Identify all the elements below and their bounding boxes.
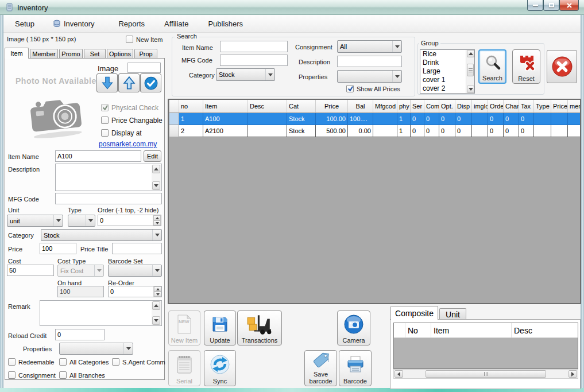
composite-grid[interactable]: No Item Desc [393, 323, 578, 369]
properties-dropdown[interactable] [59, 343, 133, 355]
scrollbar-thumb[interactable] [426, 370, 546, 378]
barcode-set-dropdown[interactable] [108, 265, 162, 277]
tab-promo[interactable]: Promo [59, 49, 83, 59]
menu-publishers[interactable]: Publishers [202, 17, 249, 31]
reset-button[interactable]: Reset [512, 49, 540, 84]
close-search-button[interactable] [547, 50, 577, 83]
cost-type-dropdown[interactable]: Fix Cost [57, 265, 104, 277]
remark-scrollbar[interactable] [152, 301, 161, 325]
table-row[interactable]: 2 A2100 Stock 500.00 0.00 1 0 0 0 0 0 0 … [169, 125, 582, 137]
barcode-print-button[interactable]: Barcode [339, 350, 372, 386]
type-label: Type [68, 207, 82, 214]
menu-reports[interactable]: Reports [113, 17, 150, 31]
search-mfg-code-label: MFG Code [181, 57, 212, 64]
description-textarea[interactable] [55, 164, 162, 191]
search-properties-dropdown[interactable] [337, 70, 402, 83]
all-categories-checkbox[interactable] [59, 358, 67, 366]
composite-col-desc[interactable]: Desc [512, 323, 578, 337]
search-description-input[interactable] [337, 56, 402, 67]
tab-set[interactable]: Set [84, 49, 106, 59]
posmarket-link[interactable]: posmarket.com.my [99, 140, 157, 148]
table-row[interactable]: 1 A100 Stock 100.00 100.... 1 0 0 0 0 0 … [169, 112, 582, 125]
search-item-name-input[interactable] [220, 41, 288, 52]
tab-member[interactable]: Member [30, 49, 58, 59]
save-barcode-button[interactable]: Save barcode [304, 350, 337, 386]
minimize-button[interactable] [527, 0, 543, 11]
redeemable-checkbox[interactable] [8, 358, 16, 366]
items-grid[interactable]: no Item Desc Cat Price Bal Mfgcod phy Se… [168, 99, 581, 304]
scroll-up-icon[interactable] [467, 50, 474, 57]
tab-options[interactable]: Options [107, 49, 133, 59]
scroll-up-icon[interactable] [152, 165, 160, 173]
search-mfg-code-input[interactable] [220, 55, 288, 66]
scroll-right-icon[interactable] [568, 370, 577, 378]
title-bar[interactable]: Inventory [0, 0, 584, 15]
composite-col-no[interactable]: No [405, 323, 431, 337]
description-scrollbar[interactable] [152, 165, 161, 190]
display-at-checkbox[interactable] [101, 129, 109, 137]
type-dropdown[interactable] [68, 215, 95, 227]
close-window-button[interactable] [559, 0, 579, 11]
new-item-checkbox[interactable] [126, 36, 133, 43]
menu-affiliate[interactable]: Affiliate [158, 17, 194, 31]
price-input[interactable] [40, 243, 76, 254]
order-spinner[interactable] [98, 215, 161, 226]
group-listbox[interactable]: Rice Drink Large cover 1 cover 2 [420, 49, 475, 94]
composite-hscrollbar[interactable] [393, 369, 578, 379]
all-branches-checkbox[interactable] [59, 371, 67, 379]
order-input[interactable] [98, 215, 153, 226]
s-agent-comm-checkbox[interactable] [112, 358, 119, 366]
scroll-down-icon[interactable] [152, 181, 160, 190]
consignment-checkbox[interactable] [8, 371, 16, 379]
reload-credit-input[interactable] [55, 329, 105, 340]
spin-down-icon[interactable] [154, 292, 161, 297]
category-label: Category [8, 232, 34, 239]
physical-check-checkbox[interactable] [101, 104, 109, 111]
show-all-prices-checkbox[interactable] [346, 85, 354, 92]
red-x-icon [551, 55, 574, 78]
image-size-label: Image ( 150 px * 150 px) [7, 36, 76, 42]
sync-button[interactable]: Sync [204, 350, 236, 386]
menu-inventory[interactable]: Inventory [47, 17, 100, 31]
remark-textarea[interactable] [40, 300, 162, 326]
spin-up-icon[interactable] [153, 215, 161, 220]
item-name-input[interactable] [55, 150, 141, 162]
menu-setup[interactable]: Setup [9, 17, 40, 31]
tab-item[interactable]: Item [5, 48, 29, 59]
search-category-dropdown[interactable]: Stock [216, 68, 275, 81]
group-label: Group [419, 40, 440, 46]
transactions-button[interactable]: Transactions [237, 311, 282, 346]
scroll-down-icon[interactable] [467, 86, 474, 93]
camera-button-icon [343, 311, 364, 337]
tab-prop[interactable]: Prop [134, 49, 157, 59]
search-consignment-dropdown[interactable]: All [337, 40, 402, 53]
display-at-label: Display at [111, 129, 142, 137]
spin-up-icon[interactable] [154, 286, 161, 292]
tab-composite[interactable]: Composite [390, 306, 438, 320]
image-field-input[interactable] [127, 63, 161, 73]
tab-unit[interactable]: Unit [439, 308, 466, 320]
maximize-button[interactable] [543, 0, 559, 11]
category-dropdown[interactable]: Stock [41, 229, 162, 241]
mfg-code-input[interactable] [55, 193, 162, 204]
edit-button[interactable]: Edit [144, 150, 161, 162]
reorder-input[interactable] [109, 286, 153, 297]
spin-down-icon[interactable] [153, 220, 161, 226]
camera-button[interactable]: Camera [337, 311, 370, 346]
price-title-input[interactable] [112, 243, 162, 254]
group-listbox-scrollbar[interactable] [466, 50, 474, 93]
reorder-spinner[interactable] [108, 286, 162, 297]
scroll-left-icon[interactable] [395, 370, 403, 378]
unit-dropdown[interactable]: unit [7, 215, 63, 227]
search-button[interactable]: Search [478, 49, 506, 84]
scroll-down-icon[interactable] [152, 316, 160, 325]
image-upload-button[interactable] [118, 73, 140, 92]
price-changable-checkbox[interactable] [101, 117, 109, 124]
scroll-up-icon[interactable] [152, 301, 160, 310]
image-download-button[interactable] [96, 73, 118, 92]
update-button[interactable]: Update [204, 311, 236, 346]
composite-col-item[interactable]: Item [431, 323, 512, 337]
cost-input[interactable] [7, 265, 54, 276]
image-confirm-button[interactable] [140, 73, 161, 92]
scrollbar-thumb[interactable] [467, 64, 474, 76]
